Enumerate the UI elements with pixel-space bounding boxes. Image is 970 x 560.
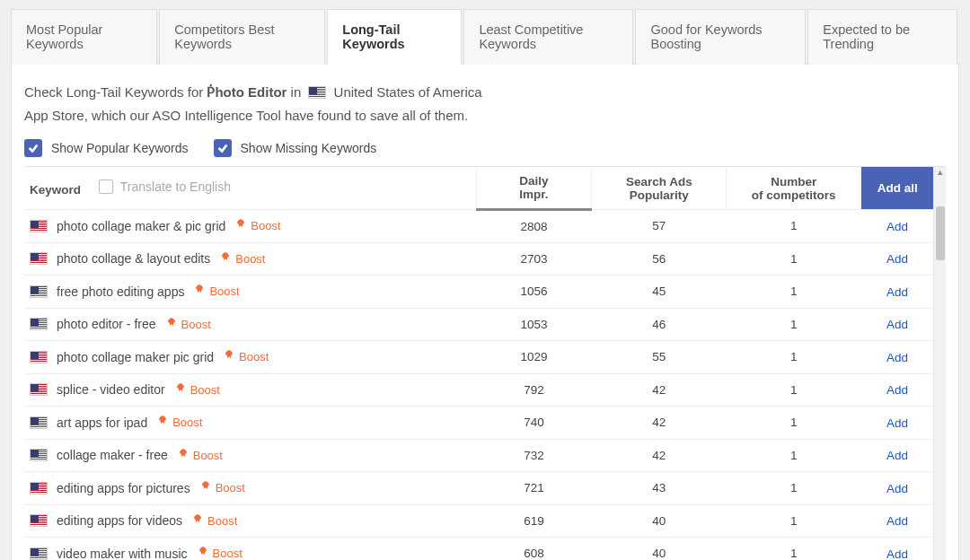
rocket-icon [191,513,204,529]
desc-line2: App Store, which our ASO Intelligence To… [24,108,468,123]
add-all-label: Add all [877,181,918,195]
add-button[interactable]: Add [886,285,908,299]
boost-button[interactable]: Boost [199,480,245,495]
checkbox-checked-icon [214,139,232,157]
table-row: art apps for ipadBoost740421Add [24,407,933,440]
tab-long-tail-keywords[interactable]: Long-Tail Keywords [327,9,462,65]
boost-label: Boost [190,383,220,397]
boost-button[interactable]: Boost [191,513,237,529]
flag-us-icon [30,220,48,232]
cell-noc: 1 [727,242,861,276]
flag-us-icon [30,449,48,461]
boost-button[interactable]: Boost [174,382,220,398]
cell-sap: 42 [592,407,727,440]
rocket-icon [165,317,178,332]
add-button[interactable]: Add [886,416,908,430]
boost-button[interactable]: Boost [223,349,269,364]
keyword-text: photo collage & layout edits [57,251,210,266]
keyword-text: photo collage maker & pic grid [57,219,225,233]
boost-button[interactable]: Boost [165,317,211,332]
add-button[interactable]: Add [886,252,908,266]
rocket-icon [193,284,206,299]
cell-sap: 42 [592,439,727,472]
cell-daily: 2808 [476,210,592,243]
flag-us-icon [30,514,48,527]
flag-us-icon [30,416,48,429]
table-row: splice - video editorBoost792421Add [24,373,933,407]
col-add: Add all [861,167,934,210]
cell-noc: 1 [727,210,861,243]
cell-sap: 56 [592,242,727,276]
rocket-icon [234,218,247,233]
desc-app-name: Ṗhoto Editor [207,84,287,100]
checkbox-checked-icon [24,139,42,157]
desc-pre: Check Long-Tail Keywords for [24,84,207,100]
add-button[interactable]: Add [886,383,908,397]
toggle-missing[interactable]: Show Missing Keywords [214,139,377,157]
cell-sap: 46 [592,308,727,341]
tab-least-competitive-keywords[interactable]: Least Competitive Keywords [463,9,633,65]
cell-daily: 608 [476,538,592,561]
col-daily-impr[interactable]: DailyImpr. [476,167,592,210]
toggle-popular-label: Show Popular Keywords [51,141,189,155]
flag-us-icon [30,383,48,396]
boost-button[interactable]: Boost [193,284,239,299]
cell-daily: 1056 [476,276,592,309]
cell-noc: 1 [727,276,861,309]
add-button[interactable]: Add [886,351,908,364]
boost-label: Boost [193,449,223,462]
col-search-ads-popularity[interactable]: Search AdsPopularity [592,167,727,210]
col-number-competitors[interactable]: Numberof competitors [727,167,861,210]
add-button[interactable]: Add [886,547,908,560]
boost-label: Boost [207,514,237,528]
boost-label: Boost [251,219,280,232]
scroll-up-icon[interactable]: ▲ [934,169,946,177]
add-button[interactable]: Add [886,220,908,233]
rocket-icon [199,480,212,495]
rocket-icon [219,251,232,267]
cell-sap: 43 [592,472,727,505]
cell-sap: 40 [592,504,727,538]
boost-button[interactable]: Boost [156,415,202,430]
boost-button[interactable]: Boost [197,546,242,560]
cell-daily: 619 [476,504,592,538]
cell-noc: 1 [727,472,861,505]
cell-noc: 1 [727,439,861,472]
col-daily-label: DailyImpr. [519,174,548,201]
desc-mid: in [291,84,305,100]
col-keyword[interactable]: Keyword Translate to English [24,167,476,210]
keyword-text: editing apps for videos [57,513,182,528]
cell-daily: 721 [476,472,592,505]
boost-button[interactable]: Boost [234,218,280,233]
add-all-button[interactable]: Add all [861,167,933,209]
tabs-bar: Most Popular KeywordsCompetitors Best Ke… [11,9,959,65]
add-button[interactable]: Add [886,449,908,462]
table-row: photo collage & layout editsBoost2703561… [24,242,933,276]
tab-expected-to-be-trending[interactable]: Expected to be Trending [807,9,957,65]
cell-noc: 1 [727,308,861,341]
scroll-thumb[interactable] [936,206,945,260]
tab-competitors-best-keywords[interactable]: Competitors Best Keywords [159,9,325,65]
tab-most-popular-keywords[interactable]: Most Popular Keywords [11,9,157,65]
keyword-text: free photo editing apps [57,284,184,299]
tab-good-for-keywords-boosting[interactable]: Good for Keywords Boosting [635,9,806,65]
rocket-icon [223,349,235,364]
add-button[interactable]: Add [886,482,908,495]
keyword-text: splice - video editor [57,382,165,397]
keyword-text: art apps for ipad [57,416,147,430]
boost-button[interactable]: Boost [177,448,223,463]
boost-label: Boost [235,252,265,266]
table-row: editing apps for picturesBoost721431Add [24,472,933,505]
cell-noc: 1 [727,504,861,538]
add-button[interactable]: Add [886,514,908,528]
boost-button[interactable]: Boost [219,251,265,267]
boost-label: Boost [216,481,245,494]
panel-long-tail: Check Long-Tail Keywords for Ṗhoto Edito… [11,64,959,560]
cell-noc: 1 [727,407,861,440]
add-button[interactable]: Add [886,318,908,331]
translate-toggle[interactable]: Translate to English [99,179,231,194]
cell-sap: 45 [592,276,727,309]
keyword-text: photo editor - free [57,317,156,331]
toggle-popular[interactable]: Show Popular Keywords [24,139,189,157]
scrollbar[interactable]: ▲ ▼ [933,167,946,560]
